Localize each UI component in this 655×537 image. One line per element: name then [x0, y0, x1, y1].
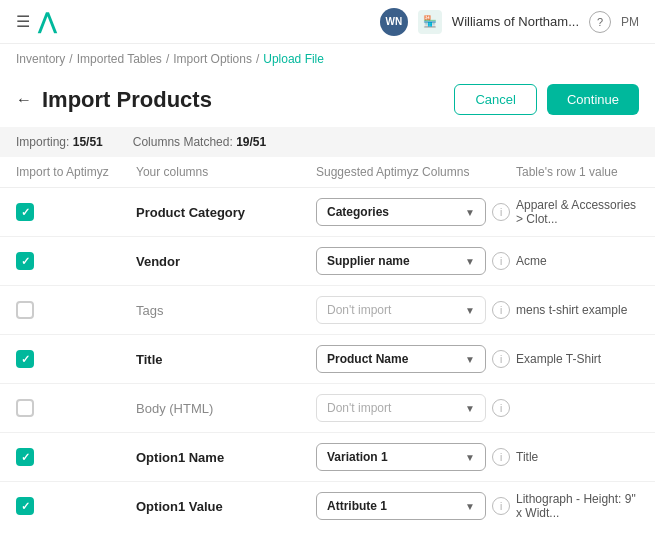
table-header: Import to Aptimyz Your columns Suggested… [0, 157, 655, 188]
row-column-name-0: Product Category [136, 205, 316, 220]
table-body: Product Category Categories ▼ i Apparel … [0, 188, 655, 521]
chevron-down-icon: ▼ [465, 501, 475, 512]
row-column-name-3: Title [136, 352, 316, 367]
row-value-2: mens t-shirt example [516, 303, 639, 317]
dropdown-value-4: Don't import [327, 401, 391, 415]
row-value-3: Example T-Shirt [516, 352, 639, 366]
header-col3: Suggested Aptimyz Columns [316, 165, 516, 179]
dropdown-value-5: Variation 1 [327, 450, 388, 464]
checkbox-cell [16, 252, 136, 270]
header-col4: Table's row 1 value [516, 165, 639, 179]
dropdown-4[interactable]: Don't import ▼ [316, 394, 486, 422]
row-checkbox-2[interactable] [16, 301, 34, 319]
info-icon-5[interactable]: i [492, 448, 510, 466]
row-checkbox-3[interactable] [16, 350, 34, 368]
table-row: Vendor Supplier name ▼ i Acme [0, 237, 655, 286]
table-row: Title Product Name ▼ i Example T-Shirt [0, 335, 655, 384]
dropdown-cell-3: Product Name ▼ i [316, 345, 516, 373]
dropdown-value-1: Supplier name [327, 254, 410, 268]
info-icon-4[interactable]: i [492, 399, 510, 417]
chevron-down-icon: ▼ [465, 305, 475, 316]
logo-icon: ⋀ [38, 9, 56, 35]
header-col1: Import to Aptimyz [16, 165, 136, 179]
dropdown-cell-4: Don't import ▼ i [316, 394, 516, 422]
user-initials: PM [621, 15, 639, 29]
row-column-name-1: Vendor [136, 254, 316, 269]
row-column-name-4: Body (HTML) [136, 401, 316, 416]
back-button[interactable]: ← [16, 91, 32, 109]
importing-stat: Importing: 15/51 [16, 135, 103, 149]
info-icon-6[interactable]: i [492, 497, 510, 515]
checkbox-cell [16, 448, 136, 466]
stats-bar: Importing: 15/51 Columns Matched: 19/51 [0, 127, 655, 157]
table-row: Body (HTML) Don't import ▼ i [0, 384, 655, 433]
help-button[interactable]: ? [589, 11, 611, 33]
row-column-name-6: Option1 Value [136, 499, 316, 514]
dropdown-cell-1: Supplier name ▼ i [316, 247, 516, 275]
chevron-down-icon: ▼ [465, 452, 475, 463]
dropdown-0[interactable]: Categories ▼ [316, 198, 486, 226]
row-checkbox-6[interactable] [16, 497, 34, 515]
dropdown-2[interactable]: Don't import ▼ [316, 296, 486, 324]
row-checkbox-4[interactable] [16, 399, 34, 417]
breadcrumb: Inventory / Imported Tables / Import Opt… [0, 44, 655, 74]
table-row: Tags Don't import ▼ i mens t-shirt examp… [0, 286, 655, 335]
avatar: WN [380, 8, 408, 36]
chevron-down-icon: ▼ [465, 403, 475, 414]
checkbox-cell [16, 301, 136, 319]
hamburger-icon[interactable]: ☰ [16, 12, 30, 31]
checkbox-cell [16, 203, 136, 221]
dropdown-cell-0: Categories ▼ i [316, 198, 516, 226]
table-row: Option1 Name Variation 1 ▼ i Title [0, 433, 655, 482]
chevron-down-icon: ▼ [465, 256, 475, 267]
checkbox-cell [16, 399, 136, 417]
row-value-5: Title [516, 450, 639, 464]
dropdown-6[interactable]: Attribute 1 ▼ [316, 492, 486, 520]
top-nav: ☰ ⋀ WN 🏪 Williams of Northam... ? PM [0, 0, 655, 44]
row-column-name-2: Tags [136, 303, 316, 318]
info-icon-1[interactable]: i [492, 252, 510, 270]
cancel-button[interactable]: Cancel [454, 84, 536, 115]
dropdown-value-0: Categories [327, 205, 389, 219]
continue-button[interactable]: Continue [547, 84, 639, 115]
dropdown-value-2: Don't import [327, 303, 391, 317]
nav-right: WN 🏪 Williams of Northam... ? PM [380, 8, 639, 36]
columns-matched-stat: Columns Matched: 19/51 [133, 135, 266, 149]
dropdown-cell-5: Variation 1 ▼ i [316, 443, 516, 471]
dropdown-cell-6: Attribute 1 ▼ i [316, 492, 516, 520]
dropdown-5[interactable]: Variation 1 ▼ [316, 443, 486, 471]
row-value-0: Apparel & Accessories > Clot... [516, 198, 639, 226]
header-col2: Your columns [136, 165, 316, 179]
dropdown-3[interactable]: Product Name ▼ [316, 345, 486, 373]
breadcrumb-upload-file[interactable]: Upload File [263, 52, 324, 66]
page-header: ← Import Products Cancel Continue [0, 74, 655, 127]
dropdown-1[interactable]: Supplier name ▼ [316, 247, 486, 275]
breadcrumb-imported-tables[interactable]: Imported Tables [77, 52, 162, 66]
row-column-name-5: Option1 Name [136, 450, 316, 465]
row-checkbox-1[interactable] [16, 252, 34, 270]
table-row: Product Category Categories ▼ i Apparel … [0, 188, 655, 237]
dropdown-cell-2: Don't import ▼ i [316, 296, 516, 324]
chevron-down-icon: ▼ [465, 207, 475, 218]
page-title: Import Products [42, 87, 212, 113]
checkbox-cell [16, 497, 136, 515]
dropdown-value-3: Product Name [327, 352, 408, 366]
breadcrumb-inventory[interactable]: Inventory [16, 52, 65, 66]
nav-left: ☰ ⋀ [16, 9, 56, 35]
breadcrumb-import-options[interactable]: Import Options [173, 52, 252, 66]
store-icon: 🏪 [418, 10, 442, 34]
info-icon-3[interactable]: i [492, 350, 510, 368]
row-checkbox-0[interactable] [16, 203, 34, 221]
checkbox-cell [16, 350, 136, 368]
row-value-6: Lithograph - Height: 9" x Widt... [516, 492, 639, 520]
chevron-down-icon: ▼ [465, 354, 475, 365]
info-icon-2[interactable]: i [492, 301, 510, 319]
table-row: Option1 Value Attribute 1 ▼ i Lithograph… [0, 482, 655, 521]
row-checkbox-5[interactable] [16, 448, 34, 466]
row-value-1: Acme [516, 254, 639, 268]
company-name: Williams of Northam... [452, 14, 579, 29]
info-icon-0[interactable]: i [492, 203, 510, 221]
dropdown-value-6: Attribute 1 [327, 499, 387, 513]
